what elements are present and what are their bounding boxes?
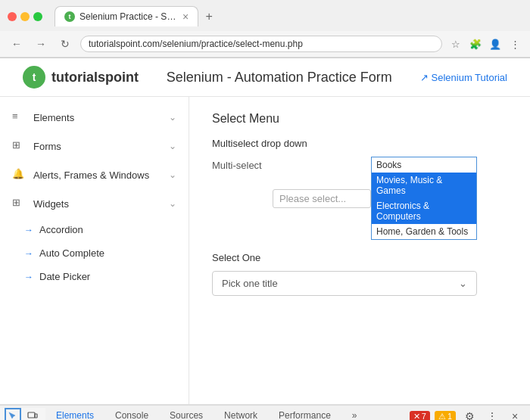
multiselect-option-electronics[interactable]: Electronics & Computers	[372, 198, 476, 224]
nav-icons: ☆ 🧩 👤 ⋮	[448, 36, 522, 51]
logo-text: tutorialspoint	[51, 70, 139, 86]
elements-chevron-icon: ⌄	[169, 112, 176, 123]
multiselect-option-home[interactable]: Home, Garden & Tools	[372, 224, 476, 239]
title-bar: t Selenium Practice - Select M... × +	[0, 0, 530, 31]
multiselect-section-title: Multiselect drop down	[212, 138, 507, 149]
main-layout: ≡ Elements ⌄ ⊞ Forms ⌄ 🔔 Alerts, Frames …	[0, 97, 530, 404]
inspect-bar	[0, 408, 45, 421]
refresh-button[interactable]: ↻	[56, 35, 74, 53]
sidebar-sub-item-autocomplete[interactable]: → Auto Complete	[0, 241, 189, 265]
multiselect-option-books[interactable]: Books	[372, 157, 476, 173]
tab-bar: t Selenium Practice - Select M... × +	[47, 6, 271, 26]
select-dropdown-arrow-icon: ⌄	[459, 278, 467, 289]
nav-bar: ← → ↻ tutorialspoint.com/selenium/practi…	[0, 31, 530, 58]
browser-tab[interactable]: t Selenium Practice - Select M... ×	[55, 6, 198, 26]
minimize-button[interactable]	[20, 12, 30, 21]
widgets-icon: ⊞	[12, 197, 26, 210]
tab-title: Selenium Practice - Select M...	[80, 11, 178, 22]
multiselect-option-movies[interactable]: Movies, Music & Games	[372, 173, 476, 198]
devtools-toolbar: Elements Console Sources Network Perform…	[0, 406, 530, 420]
warning-count: 1	[447, 412, 452, 420]
devtools-toolbar-right: ✕ 7 ⚠ 1 ⚙ ⋮ ×	[410, 407, 530, 420]
sidebar-sub-label-accordion: Accordion	[39, 224, 83, 235]
close-button[interactable]	[8, 12, 17, 21]
main-content: Select Menu Multiselect drop down Multi-…	[189, 97, 530, 404]
select-one-dropdown[interactable]: Pick one title ⌄	[212, 271, 477, 296]
elements-icon: ≡	[12, 110, 26, 124]
device-toggle-icon[interactable]	[24, 408, 41, 421]
sidebar-sub-label-datepicker: Date Picker	[39, 271, 90, 282]
select-one-area: Select One Pick one title ⌄	[212, 252, 507, 296]
forward-button[interactable]: →	[32, 35, 50, 53]
sidebar-label-elements: Elements	[33, 112, 169, 123]
logo-icon: t	[23, 66, 45, 89]
logo-area: t tutorialspoint	[23, 66, 139, 89]
devtools: Elements Console Sources Network Perform…	[0, 404, 530, 420]
sidebar-label-forms: Forms	[33, 141, 169, 152]
sidebar-label-alerts: Alerts, Frames & Windows	[33, 170, 169, 181]
autocomplete-arrow-icon: →	[24, 248, 33, 259]
multiselect-area: Multi-select Please select... Books Movi…	[212, 157, 507, 240]
svg-rect-1	[35, 414, 37, 418]
accordion-arrow-icon: →	[24, 225, 33, 235]
new-tab-button[interactable]: +	[200, 8, 218, 26]
alerts-chevron-icon: ⌄	[169, 170, 176, 180]
svg-rect-0	[28, 412, 35, 418]
devtools-tab-network[interactable]: Network	[214, 406, 268, 420]
link-icon: ↗	[420, 72, 429, 83]
address-bar[interactable]: tutorialspoint.com/selenium/practice/sel…	[80, 36, 442, 52]
logo-letter: t	[33, 71, 36, 83]
sidebar-item-elements[interactable]: ≡ Elements ⌄	[0, 103, 189, 132]
devtools-tab-elements[interactable]: Elements	[45, 406, 104, 420]
error-icon: ✕	[413, 412, 420, 421]
multiselect-placeholder[interactable]: Please select...	[273, 189, 371, 208]
sidebar: ≡ Elements ⌄ ⊞ Forms ⌄ 🔔 Alerts, Frames …	[0, 97, 189, 404]
devtools-tab-more[interactable]: »	[341, 406, 368, 420]
datepicker-arrow-icon: →	[24, 272, 33, 282]
multiselect-field-label: Multi-select	[212, 157, 265, 171]
multiselect-input-area: Please select... Books Movies, Music & G…	[273, 157, 477, 240]
bookmark-icon[interactable]: ☆	[448, 36, 463, 51]
extensions-icon[interactable]: 🧩	[468, 36, 483, 51]
devtools-settings-icon[interactable]: ⚙	[460, 407, 479, 420]
sidebar-sub-item-datepicker[interactable]: → Date Picker	[0, 265, 189, 288]
section-title: Select Menu	[212, 112, 507, 126]
forms-icon: ⊞	[12, 139, 26, 153]
sidebar-item-widgets[interactable]: ⊞ Widgets ⌄	[0, 189, 189, 218]
browser-chrome: t Selenium Practice - Select M... × + ← …	[0, 0, 530, 58]
select-one-title: Select One	[212, 252, 507, 263]
sidebar-item-forms[interactable]: ⊞ Forms ⌄	[0, 132, 189, 160]
traffic-lights	[8, 12, 42, 21]
tab-close-icon[interactable]: ×	[182, 11, 189, 23]
warning-badge: ⚠ 1	[435, 411, 456, 421]
link-text: Selenium Tutorial	[432, 72, 507, 83]
page-content: t tutorialspoint Selenium - Automation P…	[0, 58, 530, 404]
error-badge: ✕ 7	[410, 411, 430, 421]
back-button[interactable]: ←	[8, 35, 26, 53]
devtools-tab-console[interactable]: Console	[104, 406, 159, 420]
multiselect-list[interactable]: Books Movies, Music & Games Electronics …	[371, 157, 477, 240]
inspect-element-icon[interactable]	[5, 408, 21, 421]
fullscreen-button[interactable]	[33, 12, 42, 21]
devtools-close-icon[interactable]: ×	[506, 407, 524, 420]
sidebar-sub-item-accordion[interactable]: → Accordion	[0, 218, 189, 241]
devtools-tab-performance[interactable]: Performance	[268, 406, 341, 420]
select-one-placeholder: Pick one title	[222, 278, 278, 289]
page-title: Selenium - Automation Practice Form	[167, 70, 392, 86]
sidebar-item-alerts[interactable]: 🔔 Alerts, Frames & Windows ⌄	[0, 160, 189, 189]
devtools-more-icon[interactable]: ⋮	[483, 407, 501, 420]
address-text: tutorialspoint.com/selenium/practice/sel…	[89, 39, 434, 49]
sidebar-label-widgets: Widgets	[33, 198, 169, 210]
tab-favicon: t	[64, 11, 75, 22]
selenium-tutorial-link[interactable]: ↗ Selenium Tutorial	[420, 72, 507, 83]
widgets-chevron-icon: ⌄	[169, 198, 176, 209]
menu-icon[interactable]: ⋮	[507, 36, 522, 51]
devtools-tab-sources[interactable]: Sources	[159, 406, 214, 420]
sidebar-sub-label-autocomplete: Auto Complete	[39, 247, 104, 259]
alerts-icon: 🔔	[12, 168, 26, 182]
page-header: t tutorialspoint Selenium - Automation P…	[0, 58, 530, 97]
warning-icon: ⚠	[438, 412, 446, 421]
forms-chevron-icon: ⌄	[169, 141, 176, 151]
error-count: 7	[422, 412, 426, 420]
profile-icon[interactable]: 👤	[488, 36, 503, 51]
